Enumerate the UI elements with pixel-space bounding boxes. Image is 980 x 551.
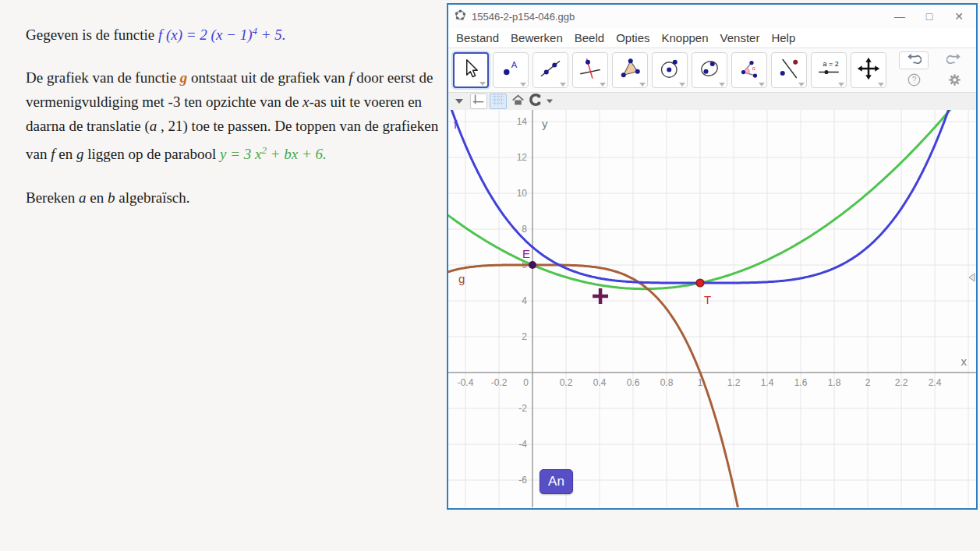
stylebar-dropdown-button[interactable] [451, 94, 468, 109]
geogebra-window: 15546-2-p154-046.ggb — □ ✕ Bestand Bewer… [447, 3, 978, 510]
reflection-tool-button[interactable] [771, 52, 807, 88]
line-tool-button[interactable] [532, 52, 568, 88]
angle-tool-button[interactable]: α [731, 52, 767, 88]
x-tick-label: 0.2 [560, 377, 573, 388]
menu-bewerken[interactable]: Bewerken [511, 31, 563, 44]
toolbar: A [448, 48, 976, 93]
x-tick-label: -0.2 [491, 377, 508, 388]
home-icon [511, 94, 525, 110]
settings-gear-icon [948, 73, 961, 90]
graphics-view[interactable]: -0.4-0.200.20.40.60.811.21.41.61.822.22.… [448, 110, 976, 507]
axes-toggle-icon [472, 94, 485, 109]
home-button[interactable] [509, 94, 526, 109]
problem-paragraph-3: Bereken a en b algebraïsch. [26, 185, 453, 210]
menu-help[interactable]: Help [771, 31, 795, 44]
x-axis-label: x [961, 355, 968, 368]
menu-venster[interactable]: Venster [720, 31, 760, 44]
x-tick-label: 1.2 [727, 377, 741, 388]
y-tick-label: -6 [518, 475, 527, 486]
minimize-icon[interactable]: — [889, 10, 911, 23]
dropdown-arrow-icon [455, 99, 463, 104]
point-capturing-button[interactable] [529, 94, 554, 109]
y-tick-label: 14 [517, 116, 528, 127]
problem-text: Gegeven is de functie f (x) = 2 (x − 1)4… [26, 19, 453, 228]
y-tick-label: -4 [518, 439, 527, 450]
polygon-tool-button[interactable] [612, 52, 648, 88]
svg-text:A: A [511, 60, 517, 69]
maximize-icon[interactable]: □ [918, 10, 940, 23]
x-tick-label: 0.8 [660, 377, 674, 388]
graph-canvas[interactable]: -0.4-0.200.20.40.60.811.21.41.61.822.22.… [448, 110, 976, 507]
angle-tool-icon: α [738, 57, 761, 83]
circle-tool-icon [658, 57, 681, 83]
menu-beeld[interactable]: Beeld [575, 31, 604, 44]
x-tick-label: -0.4 [458, 377, 474, 388]
axes-toggle-button[interactable] [470, 94, 487, 109]
line-tool-icon [539, 57, 562, 83]
grid-toggle-button[interactable] [490, 94, 507, 109]
x-tick-label: 2.4 [929, 377, 942, 388]
x-tick-label: 1.4 [761, 377, 774, 388]
polygon-tool-icon [618, 57, 642, 83]
window-title: 15546-2-p154-046.ggb [472, 11, 889, 23]
point-capturing-icon [529, 94, 543, 109]
move-graphics-view-tool-button[interactable] [851, 52, 886, 88]
y-tick-label: 4 [522, 295, 527, 306]
move-graphics-view-tool-icon [857, 57, 880, 83]
redo-button[interactable] [939, 51, 969, 69]
curve-label-g: g [458, 272, 465, 285]
point-T[interactable] [696, 279, 704, 287]
x-tick-label: 2 [865, 377, 871, 388]
slider-tool-button[interactable]: a = 2 [811, 52, 847, 88]
y-axis-label: y [542, 117, 548, 130]
menu-knoppen[interactable]: Knoppen [661, 31, 708, 44]
reflection-tool-icon [777, 57, 801, 83]
panel-collapse-arrow-icon[interactable] [968, 273, 975, 282]
problem-paragraph-2: De grafiek van de functie g ontstaat uit… [26, 65, 453, 166]
x-tick-label: 0.4 [593, 377, 607, 388]
help-button[interactable]: ? [899, 72, 929, 90]
menu-bestand[interactable]: Bestand [456, 31, 499, 44]
x-tick-label: 0 [523, 377, 529, 388]
undo-button[interactable] [899, 51, 929, 69]
y-tick-label: 10 [517, 188, 528, 199]
point-tool-icon: A [499, 57, 522, 83]
redo-icon [946, 53, 962, 67]
x-tick-label: 1.8 [828, 377, 841, 388]
y-tick-label: 12 [517, 152, 528, 163]
conic-tool-button[interactable] [692, 52, 727, 88]
point-E[interactable] [529, 261, 536, 269]
move-tool-icon [459, 57, 483, 83]
caret-down-icon [547, 100, 553, 104]
svg-text:?: ? [911, 76, 916, 84]
menubar: Bestand Bewerken Beeld Opties Knoppen Ve… [448, 28, 976, 48]
perpendicular-line-tool-icon [578, 57, 602, 83]
x-tick-label: 2.2 [895, 377, 908, 388]
menu-opties[interactable]: Opties [616, 31, 649, 44]
y-tick-label: 2 [522, 331, 527, 342]
perpendicular-line-tool-button[interactable] [572, 52, 608, 88]
settings-button[interactable] [939, 72, 969, 90]
slider-tool-icon: a = 2 [815, 57, 842, 83]
point-tool-button[interactable]: A [493, 52, 529, 88]
curve-parabola [448, 110, 975, 289]
y-tick-label: 8 [522, 224, 527, 235]
stylebar [448, 93, 976, 110]
grid-toggle-icon [492, 94, 504, 109]
conic-tool-icon [698, 57, 721, 83]
svg-text:α: α [752, 65, 755, 71]
close-icon[interactable]: ✕ [948, 10, 970, 23]
point-label-T: T [704, 293, 711, 306]
y-tick-label: -2 [518, 403, 527, 414]
titlebar: 15546-2-p154-046.ggb — □ ✕ [448, 5, 976, 28]
circle-tool-button[interactable] [652, 52, 688, 88]
x-tick-label: 0.6 [627, 377, 640, 388]
an-button[interactable]: An [540, 469, 573, 494]
move-tool-button[interactable] [453, 52, 489, 88]
point-label-E: E [522, 247, 530, 260]
help-icon: ? [907, 73, 921, 90]
x-tick-label: 1.6 [794, 377, 808, 388]
slider-icon-label: a = 2 [823, 60, 838, 68]
geogebra-logo-icon [455, 9, 466, 24]
problem-paragraph-1: Gegeven is de functie f (x) = 2 (x − 1)4… [26, 19, 453, 47]
